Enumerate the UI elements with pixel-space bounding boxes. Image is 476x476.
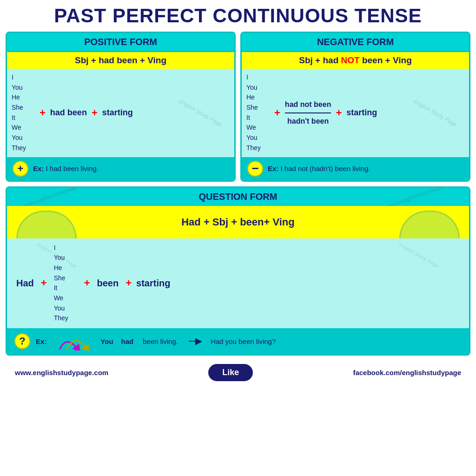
positive-plus2: +: [92, 107, 98, 119]
positive-ex-text: I had been living.: [46, 165, 99, 172]
negative-plus1: +: [274, 107, 280, 119]
negative-formula-end: been + Ving: [360, 55, 412, 65]
negative-had-not-been: had not been: [285, 100, 331, 109]
page-title: PAST PERFECT CONTINUOUS TENSE: [6, 5, 470, 27]
question-ex-had-text: had: [121, 337, 134, 345]
arrow-svg: [55, 332, 92, 350]
negative-watermark: English Study Page: [413, 98, 458, 128]
positive-starting: starting: [102, 108, 133, 118]
question-plus2: +: [84, 277, 90, 289]
positive-formula: Sbj + had been + Ving: [7, 52, 234, 69]
arch-left: [16, 211, 77, 238]
negative-pronouns: IYouHeSheItWeYouThey: [246, 73, 270, 153]
negative-formula: Sbj + had NOT been + Ving: [242, 52, 469, 69]
q-wm-header-left: www.englishstudypage.com: [22, 186, 88, 209]
footer: www.englishstudypage.com Like facebook.c…: [6, 360, 470, 385]
negative-plus2: +: [336, 107, 342, 119]
arch-right: [399, 211, 460, 238]
question-formula-bar: Had + Sbj + been+ Ving: [7, 206, 469, 238]
question-ex-label-text: Ex:: [36, 337, 46, 345]
q-wm-header-right: www.englishstudypage.com: [388, 186, 454, 209]
dashed-arrow: −−▶: [188, 336, 200, 346]
question-pronouns: IYouHeSheItWeYouThey: [54, 243, 77, 324]
negative-divider: [285, 112, 331, 113]
question-starting: starting: [136, 278, 170, 289]
page: PAST PERFECT CONTINUOUS TENSE POSITIVE F…: [0, 0, 476, 476]
footer-facebook: facebook.com/englishstudypage: [353, 369, 461, 377]
question-header-text: QUESTION FORM: [199, 192, 278, 202]
question-ex-you-text: You: [100, 337, 113, 345]
question-header: www.englishstudypage.com QUESTION FORM w…: [7, 188, 469, 206]
top-row: POSITIVE FORM Sbj + had been + Ving IYou…: [6, 32, 470, 182]
question-formula: Had + Sbj + been+ Ving: [181, 216, 295, 228]
positive-example: Ex: I had been living.: [33, 165, 99, 172]
positive-header: POSITIVE FORM: [7, 33, 234, 52]
positive-had-been: had been: [50, 108, 87, 118]
positive-plus1: +: [40, 107, 46, 119]
negative-header: NEGATIVE FORM: [242, 33, 469, 52]
footer-website: www.englishstudypage.com: [15, 369, 108, 377]
negative-formula-start: Sbj + had: [299, 55, 341, 65]
positive-section: POSITIVE FORM Sbj + had been + Ving IYou…: [6, 32, 236, 182]
negative-formula-not: NOT: [341, 55, 360, 65]
question-section: www.englishstudypage.com QUESTION FORM w…: [6, 186, 470, 356]
positive-sign: +: [13, 161, 28, 177]
like-button[interactable]: Like: [208, 364, 253, 381]
question-watermark-right: English Study Page: [398, 241, 439, 268]
question-ex-result: Had you been living?: [211, 337, 276, 345]
negative-ex-label: Ex:: [268, 165, 278, 172]
question-ex-label: Ex:: [36, 337, 46, 345]
positive-watermark: English Study Page: [178, 98, 224, 128]
question-ex-rest: been living.: [143, 337, 178, 345]
negative-content: IYouHeSheItWeYouThey + had not been hadn…: [242, 69, 469, 157]
positive-content: IYouHeSheItWeYouThey + had been + starti…: [7, 69, 234, 157]
negative-ex-text: I had not (hadn't) been living.: [281, 165, 370, 172]
question-example-bar: ? Ex:: [7, 328, 469, 354]
negative-had-block: had not been hadn't been: [285, 100, 331, 126]
arch-arrows: [55, 332, 92, 350]
question-ex-you: You: [100, 337, 113, 345]
question-plus1: +: [41, 277, 47, 289]
positive-ex-label: Ex:: [33, 165, 44, 172]
negative-sign: −: [247, 161, 263, 177]
positive-pronouns: IYouHeSheItWeYouThey: [12, 73, 35, 153]
question-ex-had: had: [121, 337, 134, 345]
negative-starting: starting: [346, 108, 377, 118]
question-sign: ?: [14, 333, 30, 349]
positive-example-bar: + Ex: I had been living.: [7, 157, 234, 180]
question-content: Had + IYouHeSheItWeYouThey + been + star…: [7, 238, 469, 329]
question-plus3: +: [126, 277, 132, 289]
negative-hadnt-been: hadn't been: [287, 117, 329, 126]
negative-example-bar: − Ex: I had not (hadn't) been living.: [242, 157, 469, 180]
question-had: Had: [16, 278, 34, 289]
question-been: been: [97, 278, 119, 289]
negative-section: NEGATIVE FORM Sbj + had NOT been + Ving …: [240, 32, 470, 182]
negative-example: Ex: I had not (hadn't) been living.: [268, 165, 370, 172]
